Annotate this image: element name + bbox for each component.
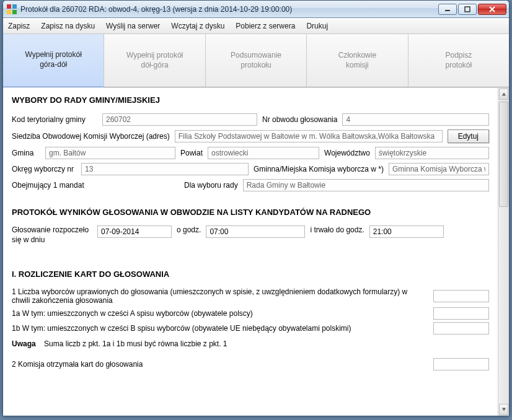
commune-field[interactable]	[45, 147, 175, 159]
label-voting-start-b: się w dniu	[12, 235, 45, 244]
label-commission: Gminna/Miejska Komisja wyborcza w *)	[254, 165, 384, 173]
svg-rect-1	[465, 7, 470, 12]
line-1-input[interactable]	[433, 290, 489, 302]
line-1b-text: 1b W tym: umieszczonych w cześci B spisu…	[12, 324, 427, 333]
voting-start-time-field[interactable]	[206, 225, 305, 238]
menu-load-disk[interactable]: Wczytaj z dysku	[171, 22, 224, 30]
menu-save-disk[interactable]: Zapisz na dysku	[41, 22, 95, 30]
section-heading-elections: WYBORY DO RADY GMINY/MIEJSKIEJ	[12, 95, 489, 105]
council-field[interactable]	[243, 179, 489, 191]
note-text: Suma liczb z pkt. 1a i 1b musi być równa…	[44, 339, 227, 348]
app-icon	[7, 4, 17, 14]
electoral-district-field[interactable]	[81, 163, 249, 175]
tab-fill-top-down[interactable]: Wypełnij protokół góra-dół	[3, 34, 104, 87]
label-at-hour: o godz.	[177, 225, 201, 234]
content-wrap: WYBORY DO RADY GMINY/MIEJSKIEJ Kod teryt…	[3, 87, 509, 416]
scroll-thumb[interactable]	[499, 102, 508, 207]
close-button[interactable]	[478, 4, 506, 15]
tab-fill-bottom-up[interactable]: Wypełnij protokół dół-góra	[104, 34, 205, 87]
note-sum: Uwaga Suma liczb z pkt. 1a i 1b musi być…	[12, 339, 489, 348]
label-commune: Gmina	[12, 149, 40, 157]
line-1a-input[interactable]	[433, 307, 489, 320]
tab-summary[interactable]: Podsumowanie protokołu	[206, 34, 307, 87]
app-window: Protokół dla 260702 RDA: obwod-4, okręg-…	[2, 0, 510, 416]
label-voting-start-a: Głosowanie rozpoczeło	[12, 225, 89, 234]
voting-end-time-field[interactable]	[369, 225, 444, 238]
menu-print[interactable]: Drukuj	[306, 22, 328, 30]
label-district: Powiat	[180, 149, 203, 157]
note-label: Uwaga	[12, 339, 36, 348]
district-field[interactable]	[208, 147, 319, 159]
window-title: Protokół dla 260702 RDA: obwod-4, okręg-…	[20, 5, 438, 14]
tab-label: protokołu	[241, 61, 271, 71]
voivodeship-field[interactable]	[375, 147, 489, 159]
tab-label: Podsumowanie	[231, 51, 281, 61]
menu-fetch-server[interactable]: Pobierz z serwera	[236, 22, 295, 30]
content-area: WYBORY DO RADY GMINY/MIEJSKIEJ Kod teryt…	[3, 88, 498, 416]
territorial-code-field[interactable]	[102, 113, 257, 126]
menubar: Zapisz Zapisz na dysku Wyślij na serwer …	[3, 18, 509, 34]
tab-members[interactable]: Członkowie komisji	[307, 34, 408, 87]
section-heading-cards: I. ROZLICZENIE KART DO GŁOSOWANIA	[12, 269, 489, 279]
line-1-text: 1 Liczba wyborców uprawionych do głosowa…	[12, 287, 427, 305]
commission-field[interactable]	[389, 163, 489, 175]
label-precinct-number: Nr obwodu głosowania	[262, 115, 337, 124]
scroll-up-button[interactable]	[499, 89, 508, 100]
line-1b-input[interactable]	[433, 322, 489, 335]
tab-label: komisji	[346, 61, 369, 71]
titlebar: Protokół dla 260702 RDA: obwod-4, okręg-…	[3, 1, 509, 18]
section-heading-results: PROTOKÓŁ WYNIKÓW GŁOSOWANIA W OBWODZIE N…	[12, 208, 489, 217]
tab-label: Podpisz	[445, 51, 472, 61]
edit-button[interactable]: Edytuj	[448, 129, 489, 143]
tab-label: Członkowie	[338, 51, 376, 61]
scroll-track[interactable]	[498, 100, 509, 403]
address-field[interactable]	[175, 130, 443, 142]
voting-date-field[interactable]	[97, 225, 172, 238]
line-2-text: 2 Komisja otrzymała kart do głosowania	[12, 360, 427, 369]
line-1a-text: 1a W tym: umieszczonych w cześci A spisu…	[12, 309, 427, 318]
svg-marker-5	[501, 408, 505, 411]
label-council-election: Dla wyboru rady	[184, 181, 238, 190]
precinct-number-field[interactable]	[342, 113, 489, 126]
label-territorial-code: Kod terytorialny gminy	[12, 115, 97, 124]
label-voivodeship: Województwo	[324, 149, 370, 157]
svg-marker-4	[501, 93, 505, 96]
label-lasted-until: i trwało do godz.	[310, 225, 364, 234]
label-address: Siedziba Obwodowej Komisji Wyborczej (ad…	[12, 132, 170, 141]
label-electoral-district: Okręg wyborczy nr	[12, 165, 76, 173]
tab-sign[interactable]: Podpisz protokół	[408, 34, 509, 87]
menu-save[interactable]: Zapisz	[8, 22, 30, 30]
scroll-down-button[interactable]	[499, 404, 508, 415]
tab-label: góra-dół	[40, 60, 67, 70]
tabstrip: Wypełnij protokół góra-dół Wypełnij prot…	[3, 34, 509, 87]
minimize-button[interactable]	[438, 4, 457, 15]
window-buttons	[438, 4, 506, 15]
tab-label: protokół	[445, 61, 472, 71]
maximize-button[interactable]	[458, 4, 477, 15]
tab-label: Wypełnij protokół	[126, 51, 183, 61]
line-2-input[interactable]	[433, 358, 489, 370]
label-mandate: Obejmujący 1 mandat	[12, 181, 179, 190]
tab-label: Wypełnij protokół	[25, 50, 82, 60]
menu-send-server[interactable]: Wyślij na serwer	[106, 22, 160, 30]
tab-label: dół-góra	[141, 61, 169, 71]
vertical-scrollbar[interactable]	[498, 88, 509, 416]
